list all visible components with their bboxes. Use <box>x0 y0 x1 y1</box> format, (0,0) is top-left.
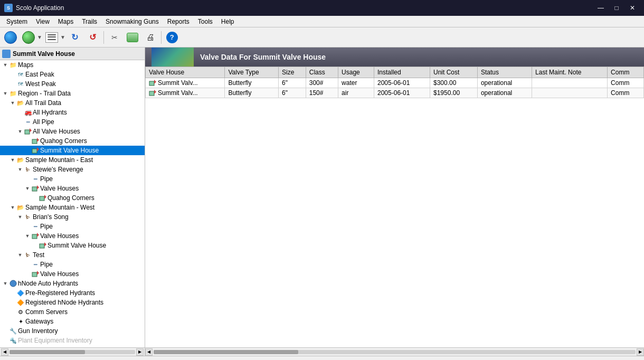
menu-tools[interactable]: Tools <box>194 17 217 26</box>
tree-item-east-peak[interactable]: 🗺 East Peak <box>0 70 145 79</box>
trail-icon-2: ⛷ <box>24 213 32 221</box>
tree-container[interactable]: ▼ 📁 Maps 🗺 East Peak 🗺 West Peak ▼ 📁 Reg… <box>0 60 145 347</box>
tree-item-summit-vh[interactable]: Summit Valve House <box>0 146 145 155</box>
expand-smw[interactable]: ▼ <box>10 204 16 211</box>
cell-last-maint-1 <box>532 78 608 88</box>
toolbar-db-btn[interactable] <box>124 30 141 45</box>
toolbar-scissors-btn[interactable]: ✂ <box>106 30 123 45</box>
menu-trails[interactable]: Trails <box>78 17 101 26</box>
menu-view[interactable]: View <box>32 17 54 26</box>
tree-item-stewies[interactable]: ▼ ⛷ Stewie's Revenge <box>0 165 145 174</box>
expand-brians[interactable]: ▼ <box>17 214 23 220</box>
expand-stewies[interactable]: ▼ <box>17 166 23 173</box>
tree-item-prereg[interactable]: 🔷 Pre-Registered Hydrants <box>0 288 145 298</box>
h-scroll-track-left[interactable] <box>10 350 135 354</box>
tree-item-gateways[interactable]: ✦ Gateways <box>0 317 145 326</box>
col-class: Class <box>306 67 338 78</box>
expand-hnode[interactable]: ▼ <box>2 280 8 287</box>
expand-all-trail[interactable]: ▼ <box>10 100 16 106</box>
tree-item-west-peak[interactable]: 🗺 West Peak <box>0 79 145 89</box>
tree-item-sme[interactable]: ▼ 📂 Sample Mountain - East <box>0 155 145 165</box>
valve-data-table: Valve House Valve Type Size Class Usage … <box>145 67 644 98</box>
h-scroll-right-btn-2[interactable]: ▶ <box>637 348 644 356</box>
tree-item-hnode[interactable]: ▼ hNode Auto Hydrants <box>0 279 145 288</box>
tree-item-gun[interactable]: 🔧 Gun Inventory <box>0 326 145 336</box>
table-row[interactable]: Summit Valv... Butterfly 6" 300# water 2… <box>146 78 644 88</box>
table-row[interactable]: Summit Valv... Butterfly 6" 150# air 200… <box>146 88 644 98</box>
tree-item-vh-brians[interactable]: ▼ Valve Houses <box>0 231 145 241</box>
menu-help[interactable]: Help <box>217 17 239 26</box>
toolbar-help-btn[interactable]: ? <box>164 30 181 45</box>
tree-item-pipe-1[interactable]: ━ Pipe <box>0 174 145 184</box>
list-icon <box>45 32 58 43</box>
tree-item-region[interactable]: ▼ 📁 Region - Trail Data <box>0 89 145 98</box>
expand-vh-stewies[interactable]: ▼ <box>24 185 31 192</box>
toolbar-list-dropdown[interactable]: ▼ <box>60 34 65 40</box>
col-status: Status <box>477 67 532 78</box>
tree-item-vh-stewies[interactable]: ▼ Valve Houses <box>0 184 145 193</box>
toolbar-refresh-red-btn[interactable]: ↺ <box>84 30 101 45</box>
prereg-icon: 🔷 <box>17 289 24 297</box>
maximize-button[interactable]: □ <box>609 3 624 13</box>
h-scroll-thumb-right <box>154 350 298 354</box>
tree-item-brians[interactable]: ▼ ⛷ Brian's Song <box>0 212 145 222</box>
tree-item-test[interactable]: ▼ ⛷ Test <box>0 250 145 260</box>
tree-item-pipe-test[interactable]: ━ Pipe <box>0 260 145 269</box>
tree-label-prereg: Pre-Registered Hydrants <box>25 289 95 297</box>
tree-item-smw[interactable]: ▼ 📂 Sample Mountain - West <box>0 203 145 212</box>
tree-item-summit-smw[interactable]: Summit Valve House <box>0 241 145 250</box>
vh-item-svg-3 <box>39 242 46 249</box>
h-scroll-left-btn[interactable]: ◀ <box>1 348 8 356</box>
cell-status-1: operational <box>477 78 532 88</box>
tree-item-quahog-corners-1[interactable]: Quahog Corners <box>0 136 145 146</box>
tree-label-brians: Brian's Song <box>33 213 69 221</box>
tree-label-vh-brians: Valve Houses <box>40 232 79 240</box>
expand-vh-brians[interactable]: ▼ <box>24 233 31 239</box>
menu-snowmaking[interactable]: Snowmaking Guns <box>101 17 163 26</box>
toolbar-refresh-btn[interactable]: ↻ <box>67 30 83 45</box>
valvehouse-icon <box>24 128 32 135</box>
toolbar-globe2-btn[interactable] <box>20 30 37 45</box>
tree-item-quahog-2[interactable]: Quahog Corners <box>0 193 145 203</box>
close-button[interactable]: ✕ <box>625 3 640 13</box>
tree-label-west-peak: West Peak <box>25 80 56 88</box>
tree-item-vh-test[interactable]: Valve Houses <box>0 269 145 279</box>
menu-system[interactable]: System <box>2 17 32 26</box>
col-size: Size <box>278 67 306 78</box>
expand-all-vh[interactable]: ▼ <box>17 128 23 135</box>
tree-item-all-hydrants[interactable]: 🚒 All Hydrants <box>0 108 145 117</box>
col-valve-type: Valve Type <box>225 67 279 78</box>
expand-sme[interactable]: ▼ <box>10 157 16 163</box>
folder-smw-icon: 📂 <box>17 204 24 211</box>
tree-item-pipe-2[interactable]: ━ Pipe <box>0 222 145 231</box>
menu-reports[interactable]: Reports <box>163 17 194 26</box>
folder-trail-icon: 📂 <box>17 99 24 107</box>
tree-item-comm-servers[interactable]: ⚙ Comm Servers <box>0 307 145 317</box>
tree-item-regnodes[interactable]: 🔶 Registered hNode Hydrants <box>0 298 145 307</box>
menu-maps[interactable]: Maps <box>54 17 78 26</box>
h-scroll-track-right[interactable] <box>154 350 636 354</box>
expand-maps[interactable]: ▼ <box>2 62 8 68</box>
tree-item-maps[interactable]: ▼ 📁 Maps <box>0 60 145 70</box>
svg-marker-13 <box>44 242 46 247</box>
toolbar-print-btn[interactable]: 🖨 <box>142 30 159 45</box>
expand-gateways <box>10 318 16 325</box>
toolbar-list-btn[interactable] <box>43 30 60 45</box>
expand-test[interactable]: ▼ <box>17 252 23 258</box>
menu-bar: System View Maps Trails Snowmaking Guns … <box>0 16 644 27</box>
expand-region[interactable]: ▼ <box>2 90 8 97</box>
tree-item-all-trail[interactable]: ▼ 📂 All Trail Data <box>0 98 145 108</box>
pipe-icon-test: ━ <box>32 261 39 268</box>
h-scroll-right-btn[interactable]: ▶ <box>136 348 144 356</box>
cell-unit-cost-2: $1950.00 <box>430 88 478 98</box>
h-scroll-left-btn-2[interactable]: ◀ <box>145 348 153 356</box>
tree-item-plant[interactable]: 🔩 Plant Equipment Inventory <box>0 336 145 345</box>
tree-item-all-valve-houses[interactable]: ▼ All Valve Houses <box>0 127 145 136</box>
minimize-button[interactable]: — <box>593 3 608 13</box>
valvehouse-svg <box>24 128 32 135</box>
hydrant-icon: 🚒 <box>24 109 32 116</box>
tree-item-all-pipe[interactable]: ━ All Pipe <box>0 117 145 127</box>
toolbar-dropdown-arrow[interactable]: ▼ <box>37 34 42 40</box>
toolbar-globe-btn[interactable] <box>2 30 19 45</box>
data-table-container[interactable]: Valve House Valve Type Size Class Usage … <box>145 67 644 347</box>
